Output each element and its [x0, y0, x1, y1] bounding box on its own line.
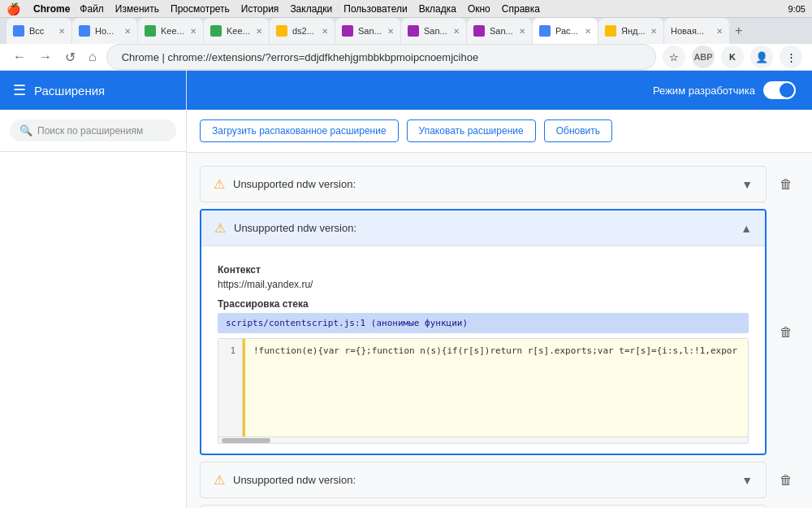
menu-history[interactable]: История [241, 3, 279, 15]
code-scrollbar[interactable] [218, 436, 748, 443]
tab-close-12[interactable]: ✕ [716, 27, 723, 36]
tab-add-button[interactable]: + [730, 20, 747, 41]
url-text: Chrome | chrome://extensions/?errors=ddj… [122, 51, 478, 63]
top-bar: Режим разработчика [187, 71, 812, 110]
tab-favicon-10 [605, 25, 616, 37]
ext-card-2: ⚠ Unsupported ndw version: ▲ Контекст ht… [200, 209, 767, 455]
extension-icon[interactable]: K [721, 46, 744, 68]
stack-label: Трассировка стека [218, 298, 749, 310]
tab-label-4: ds2... [292, 26, 314, 36]
tab-label-9: Рас... [555, 26, 578, 36]
tab-9[interactable]: Рас... ✕ [533, 18, 598, 44]
tab-favicon-6 [408, 25, 419, 37]
tab-close-9[interactable]: ✕ [585, 27, 591, 36]
delete-button-1[interactable]: 🗑 [773, 174, 799, 195]
sidebar-search: 🔍 Поиск по расширениям [0, 110, 186, 152]
toggle-knob [780, 83, 794, 98]
code-content: 1 !function(e){var r={};function n(s){if… [218, 339, 748, 436]
account-icon[interactable]: 👤 [750, 46, 773, 68]
tab-10[interactable]: Янд... ✕ [598, 18, 663, 44]
update-button[interactable]: Обновить [544, 119, 612, 142]
tab-close-2[interactable]: ✕ [190, 27, 197, 36]
tab-close-5[interactable]: ✕ [387, 27, 394, 36]
url-bar[interactable]: Chrome | chrome://extensions/?errors=ddj… [106, 44, 656, 70]
apple-logo: 🍎 [6, 2, 20, 15]
chevron-icon-3: ▼ [741, 474, 753, 487]
mac-menubar: 🍎 Chrome Файл Изменить Просмотреть Истор… [0, 0, 812, 18]
tab-2[interactable]: Kee... ✕ [138, 18, 203, 44]
ext-card-1: ⚠ Unsupported ndw version: ▼ [200, 166, 767, 202]
tab-7[interactable]: San... ✕ [467, 18, 532, 44]
tab-label-7: San... [490, 26, 513, 36]
dev-mode-label: Режим разработчика [653, 85, 755, 97]
menu-tab[interactable]: Вкладка [419, 3, 456, 15]
menu-bookmarks[interactable]: Закладки [290, 3, 332, 15]
scrollbar-thumb [222, 438, 270, 443]
tab-label-2: Kee... [161, 26, 184, 36]
code-text: !function(e){var r={};function n(s){if(r… [243, 339, 748, 436]
tab-close-6[interactable]: ✕ [453, 27, 460, 36]
hamburger-icon[interactable]: ☰ [13, 81, 26, 99]
action-bar: Загрузить распакованное расширение Упако… [187, 110, 812, 153]
menu-users[interactable]: Пользователи [343, 3, 407, 15]
extensions-page: ☰ Расширения 🔍 Поиск по расширениям Режи… [0, 71, 812, 508]
tab-close-10[interactable]: ✕ [650, 27, 657, 36]
content-area: ⚠ Unsupported ndw version: ▼ 🗑 [187, 153, 812, 508]
ext-header-2[interactable]: ⚠ Unsupported ndw version: ▲ [201, 211, 765, 245]
home-button[interactable]: ⌂ [85, 46, 100, 67]
back-button[interactable]: ← [10, 46, 29, 67]
code-block: 1 !function(e){var r={};function n(s){if… [218, 338, 749, 444]
delete-col-1: 🗑 [767, 166, 799, 202]
tab-label-12: Новая... [671, 26, 704, 36]
context-label: Контекст [218, 264, 749, 276]
menu-window[interactable]: Окно [468, 3, 490, 15]
search-placeholder: Поиск по расширениям [37, 125, 143, 137]
menu-help[interactable]: Справка [502, 3, 540, 15]
main-content: Режим разработчика Загрузить распакованн… [187, 71, 812, 508]
tab-close-1[interactable]: ✕ [124, 27, 131, 36]
clock: 9:05 [788, 4, 806, 14]
sidebar-header: ☰ Расширения [0, 71, 186, 110]
bookmark-icon[interactable]: ☆ [663, 46, 685, 68]
forward-button[interactable]: → [36, 46, 55, 67]
extension-row-1: ⚠ Unsupported ndw version: ▼ 🗑 [200, 166, 799, 202]
address-bar: ← → ↺ ⌂ Chrome | chrome://extensions/?er… [0, 44, 812, 71]
tab-close-0[interactable]: ✕ [58, 27, 65, 36]
tab-close-4[interactable]: ✕ [322, 27, 328, 36]
more-icon[interactable]: ⋮ [780, 46, 802, 68]
tab-0[interactable]: Всс ✕ [6, 18, 71, 44]
ext-header-1[interactable]: ⚠ Unsupported ndw version: ▼ [201, 167, 766, 202]
menu-file[interactable]: Файл [80, 3, 104, 15]
tab-favicon-9 [539, 25, 551, 37]
delete-col-3: 🗑 [767, 462, 799, 498]
ext-card-4: ⚠ Unsupported ndw version: ▼ [200, 505, 767, 508]
tab-label-3: Kee... [227, 26, 250, 36]
menu-view[interactable]: Просмотреть [171, 3, 230, 15]
tab-close-3[interactable]: ✕ [256, 27, 262, 36]
tab-favicon-0 [13, 25, 24, 37]
tab-6[interactable]: San... ✕ [401, 18, 466, 44]
menu-edit[interactable]: Изменить [115, 3, 159, 15]
abp-icon[interactable]: ABP [692, 46, 715, 68]
line-numbers: 1 [218, 339, 243, 436]
tab-close-7[interactable]: ✕ [519, 27, 525, 36]
search-icon: 🔍 [19, 124, 32, 137]
search-bar[interactable]: 🔍 Поиск по расширениям [10, 119, 176, 141]
tab-12[interactable]: Новая... ✕ [664, 18, 729, 44]
delete-button-3[interactable]: 🗑 [773, 470, 799, 491]
load-unpacked-button[interactable]: Загрузить распакованное расширение [200, 119, 399, 142]
tab-4[interactable]: ds2... ✕ [270, 18, 335, 44]
tab-5[interactable]: San... ✕ [335, 18, 400, 44]
reload-button[interactable]: ↺ [62, 46, 79, 68]
tab-1[interactable]: Но... ✕ [72, 18, 137, 44]
pack-extension-button[interactable]: Упаковать расширение [407, 119, 536, 142]
chevron-icon-1: ▼ [741, 178, 753, 191]
address-right: ☆ ABP K 👤 ⋮ [663, 46, 802, 68]
tab-3[interactable]: Kee... ✕ [204, 18, 269, 44]
dev-mode-toggle[interactable] [763, 81, 796, 99]
tab-bar: Всс ✕ Но... ✕ Kee... ✕ Kee... ✕ ds2... ✕… [0, 18, 812, 44]
ext-title-2: Unsupported ndw version: [234, 222, 732, 234]
extension-row-2: ⚠ Unsupported ndw version: ▲ Контекст ht… [200, 209, 799, 455]
delete-button-2[interactable]: 🗑 [773, 322, 799, 343]
ext-header-3[interactable]: ⚠ Unsupported ndw version: ▼ [201, 462, 766, 497]
